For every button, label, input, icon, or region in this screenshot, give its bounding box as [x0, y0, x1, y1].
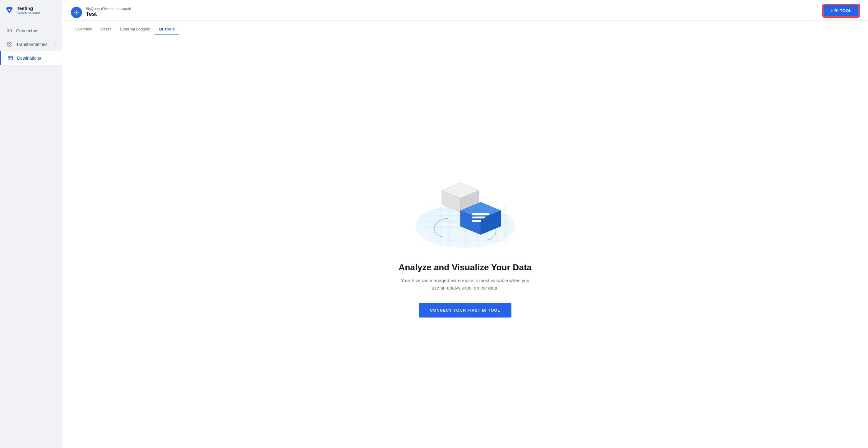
svg-point-6	[7, 45, 9, 46]
main-area: BigQuery (Fivetran-managed) Test + BI TO…	[62, 0, 868, 448]
transformations-icon	[6, 41, 12, 47]
topbar: BigQuery (Fivetran-managed) Test + BI TO…	[62, 0, 868, 21]
sidebar-brand: Testing Switch account	[17, 6, 40, 15]
svg-point-12	[76, 11, 77, 13]
bi-tool-illustration	[406, 166, 524, 253]
tab-external-logging[interactable]: External Logging	[116, 24, 155, 35]
sidebar-nav: Connectors Transformations ›	[0, 20, 62, 69]
svg-point-4	[10, 45, 11, 46]
topbar-left: BigQuery (Fivetran-managed) Test	[71, 7, 131, 18]
tabs: Overview Users External Logging BI Tools	[62, 24, 868, 35]
connect-bi-tool-button[interactable]: CONNECT YOUR FIRST BI TOOL	[419, 303, 512, 318]
svg-rect-40	[472, 217, 485, 218]
svg-rect-1	[10, 30, 11, 32]
svg-point-5	[10, 42, 11, 44]
sidebar-title: Testing	[17, 6, 40, 11]
svg-rect-7	[8, 57, 12, 60]
svg-rect-0	[7, 30, 9, 32]
svg-rect-39	[472, 213, 489, 215]
content-description: Your Fivetran managed warehouse is most …	[400, 277, 530, 292]
switch-account-link[interactable]: Switch account	[17, 11, 40, 15]
content-title: Analyze and Visualize Your Data	[399, 262, 532, 273]
topbar-right: + BI TOOL	[823, 4, 859, 20]
tab-users[interactable]: Users	[96, 24, 116, 35]
destinations-icon	[7, 55, 13, 61]
connector-icon	[6, 28, 12, 34]
connectors-label: Connectors	[16, 28, 38, 33]
svg-rect-41	[472, 220, 481, 222]
destination-label: BigQuery (Fivetran-managed)	[86, 7, 131, 11]
destination-name: Test	[86, 11, 131, 18]
sidebar: Testing Switch account Connectors	[0, 0, 62, 448]
fivetran-logo	[5, 6, 14, 14]
tab-bi-tools[interactable]: BI Tools	[155, 24, 179, 35]
sidebar-header: Testing Switch account	[0, 0, 62, 20]
destination-icon	[71, 7, 82, 18]
sidebar-item-transformations[interactable]: Transformations ›	[0, 38, 62, 51]
main-content: Analyze and Visualize Your Data Your Fiv…	[62, 35, 868, 448]
destinations-label: Destinations	[17, 56, 41, 61]
tab-overview[interactable]: Overview	[71, 24, 96, 35]
sidebar-item-destinations[interactable]: Destinations	[0, 51, 62, 65]
svg-point-3	[7, 42, 9, 44]
add-bi-tool-button[interactable]: + BI TOOL	[823, 4, 859, 17]
transformations-label: Transformations	[16, 42, 48, 47]
transformations-arrow: ›	[54, 42, 56, 46]
sidebar-item-connectors[interactable]: Connectors	[0, 24, 62, 38]
destination-info: BigQuery (Fivetran-managed) Test	[86, 7, 131, 18]
